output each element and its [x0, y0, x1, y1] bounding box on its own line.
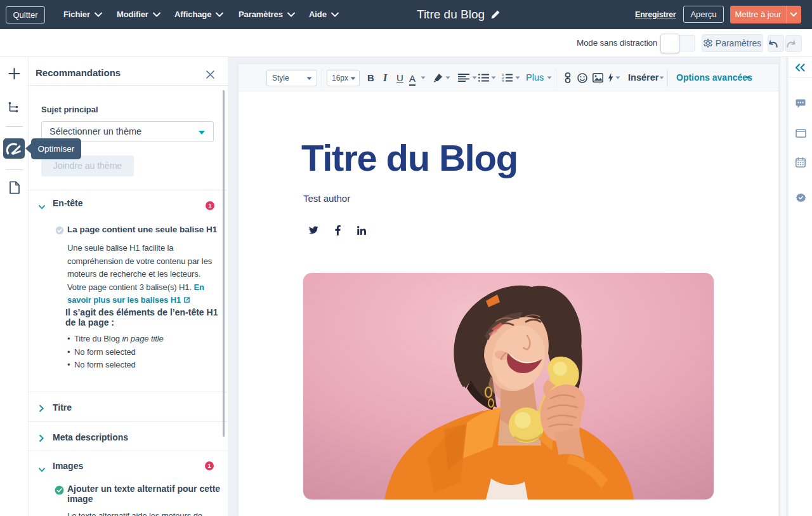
svg-text:3: 3: [502, 79, 504, 83]
